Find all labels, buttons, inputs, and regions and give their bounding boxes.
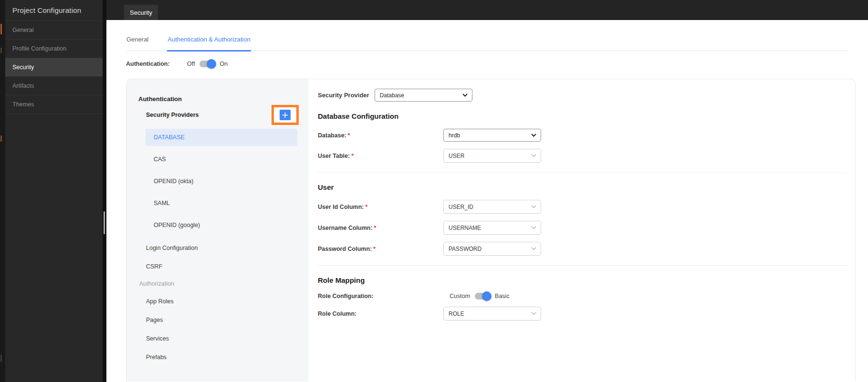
nav-item-pages[interactable]: Pages xyxy=(126,310,308,329)
settings-tabs: General Authentication & Authorization xyxy=(126,36,848,51)
sidebar-item-profile-configuration[interactable]: Profile Configuration xyxy=(5,39,103,58)
toggle-knob xyxy=(207,59,216,69)
role-column-select[interactable]: ROLE xyxy=(443,307,541,320)
role-column-value: ROLE xyxy=(449,310,464,317)
user-table-value: USER xyxy=(449,153,464,159)
password-column-select[interactable]: PASSWORD xyxy=(443,242,541,256)
security-provider-select[interactable]: Database xyxy=(375,89,472,102)
role-configuration-label: Role Configuration: xyxy=(318,293,443,299)
required-asterisk: * xyxy=(366,204,368,210)
role-configuration-toggle[interactable]: Custom Basic xyxy=(443,293,510,299)
sidebar-title: Project Configuration xyxy=(5,0,103,21)
nav-item-app-roles[interactable]: App Roles xyxy=(126,292,308,310)
sidebar-item-security[interactable]: Security xyxy=(5,58,103,76)
user-id-column-select[interactable]: USER_ID xyxy=(443,200,541,214)
user-id-label-text: User Id Column: xyxy=(318,204,364,210)
chevron-down-icon xyxy=(462,93,468,97)
authentication-nav-panel: Authentication Security Providers DATABA… xyxy=(126,79,308,382)
required-asterisk: * xyxy=(351,153,354,159)
add-security-provider-button[interactable] xyxy=(280,110,291,120)
security-providers-heading: Security Providers xyxy=(146,112,199,118)
username-column-value: USERNAME xyxy=(449,225,481,231)
user-section-heading: User xyxy=(318,183,847,191)
sidebar-item-general[interactable]: General xyxy=(5,21,103,39)
database-configuration-heading: Database Configuration xyxy=(318,112,847,120)
user-table-select[interactable]: USER xyxy=(443,149,541,163)
security-providers-row: Security Providers xyxy=(146,104,299,125)
authorization-section-heading: Authorization xyxy=(126,276,308,292)
provider-item-openid-okta[interactable]: OPENID (okta) xyxy=(146,173,297,190)
user-id-column-row: User Id Column:* USER_ID xyxy=(318,200,847,214)
required-asterisk: * xyxy=(374,225,376,231)
tab-general[interactable]: General xyxy=(126,36,149,52)
provider-form: Security Provider Database Database Conf… xyxy=(308,79,855,382)
username-label-text: Username Column: xyxy=(318,225,373,231)
project-configuration-window: Project Configuration General Profile Co… xyxy=(0,0,868,382)
required-asterisk: * xyxy=(348,132,350,139)
security-provider-label: Security Provider xyxy=(318,92,369,99)
toggle-knob xyxy=(482,291,492,301)
password-column-label: Password Column:* xyxy=(318,246,443,252)
rail-marker xyxy=(0,48,2,53)
username-column-label: Username Column:* xyxy=(318,225,443,231)
nav-item-csrf[interactable]: CSRF xyxy=(126,257,308,276)
password-column-value: PASSWORD xyxy=(449,246,481,252)
username-column-row: Username Column:* USERNAME xyxy=(318,221,847,235)
tab-authentication-authorization[interactable]: Authentication & Authorization xyxy=(167,36,251,52)
database-select[interactable]: hrdb xyxy=(443,129,541,142)
password-label-text: Password Column: xyxy=(318,246,372,252)
database-row: Database:* hrdb xyxy=(318,129,847,142)
rail-marker xyxy=(0,135,2,142)
chevron-down-icon xyxy=(531,154,536,157)
provider-list: DATABASE CAS OPENID (okta) SAML OPENID (… xyxy=(126,129,308,234)
required-asterisk: * xyxy=(373,246,376,252)
chevron-down-icon xyxy=(531,205,536,208)
user-id-column-label: User Id Column:* xyxy=(318,204,443,210)
role-column-row: Role Column: ROLE xyxy=(318,307,847,320)
chevron-down-icon xyxy=(531,226,536,229)
role-mapping-heading: Role Mapping xyxy=(318,276,847,284)
nav-item-login-configuration[interactable]: Login Configuration xyxy=(126,238,308,257)
database-label-text: Database: xyxy=(318,132,346,139)
main-area: Security General Authentication & Author… xyxy=(106,0,868,382)
section-divider xyxy=(318,172,847,173)
section-divider xyxy=(318,265,847,266)
provider-item-cas[interactable]: CAS xyxy=(146,151,297,168)
password-column-row: Password Column:* PASSWORD xyxy=(318,242,847,256)
toggle-track[interactable] xyxy=(475,293,490,299)
plus-icon xyxy=(282,112,288,118)
top-tab-security[interactable]: Security xyxy=(124,5,158,20)
user-id-column-value: USER_ID xyxy=(449,204,473,210)
database-value: hrdb xyxy=(449,132,460,139)
provider-item-database[interactable]: DATABASE xyxy=(146,129,297,146)
nav-item-prefabs[interactable]: Prefabs xyxy=(126,348,308,366)
chevron-down-icon xyxy=(531,247,536,250)
rail-marker xyxy=(0,24,2,34)
provider-item-openid-google[interactable]: OPENID (google) xyxy=(146,217,297,234)
toggle-basic-label: Basic xyxy=(495,293,510,299)
role-configuration-row: Role Configuration: Custom Basic xyxy=(318,293,847,299)
left-rail xyxy=(0,0,5,382)
top-tab-bar: Security xyxy=(106,0,868,20)
provider-item-saml[interactable]: SAML xyxy=(146,195,297,212)
authentication-label: Authentication: xyxy=(126,61,187,67)
rail-marker xyxy=(0,355,2,362)
security-settings-content: General Authentication & Authorization A… xyxy=(106,20,868,382)
user-table-label: User Table:* xyxy=(318,153,443,159)
authentication-section-heading: Authentication xyxy=(138,95,308,103)
username-column-select[interactable]: USERNAME xyxy=(443,221,541,235)
security-settings-card: Authentication Security Providers DATABA… xyxy=(126,79,856,382)
sidebar-item-themes[interactable]: Themes xyxy=(5,95,103,114)
sidebar-scrollbar[interactable] xyxy=(103,0,106,382)
user-table-row: User Table:* USER xyxy=(318,149,847,163)
nav-item-services[interactable]: Services xyxy=(126,329,308,348)
toggle-off-label: Off xyxy=(187,61,195,67)
sidebar-item-artifacts[interactable]: Artifacts xyxy=(5,76,103,95)
toggle-track[interactable] xyxy=(199,61,215,67)
scrollbar-thumb[interactable] xyxy=(104,211,105,234)
security-provider-row: Security Provider Database xyxy=(318,89,847,102)
authentication-toggle[interactable]: Off On xyxy=(187,61,228,67)
toggle-on-label: On xyxy=(220,61,228,67)
toggle-custom-label: Custom xyxy=(450,293,470,299)
chevron-down-icon xyxy=(531,312,536,315)
